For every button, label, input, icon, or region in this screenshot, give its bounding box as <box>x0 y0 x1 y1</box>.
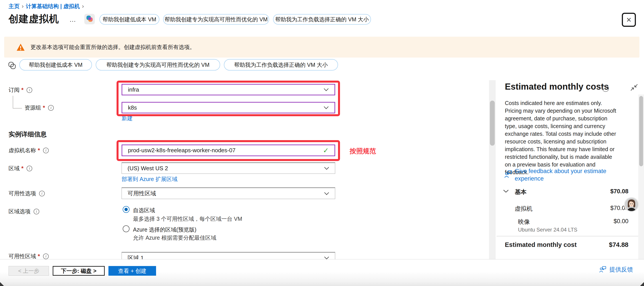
required-asterisk: * <box>38 253 40 260</box>
cost-total-amount: $74.88 <box>609 241 628 248</box>
cost-panel-title: Estimated monthly costs <box>505 82 609 92</box>
cost-row-image-amount: $0.00 <box>614 218 628 225</box>
region-label: 区域 <box>8 165 20 172</box>
copilot-pill-right-vm-size[interactable]: 帮助我为工作负载选择正确的 VM 大小 <box>273 14 371 25</box>
subscription-label: 订阅 <box>8 86 20 94</box>
collapse-panel-icon[interactable] <box>630 84 638 92</box>
suggestion-pill-right-vm-size[interactable]: 帮助我为工作负载选择正确的 VM 大小 <box>224 59 338 71</box>
region-select[interactable]: (US) West US 2 <box>122 162 335 174</box>
cost-panel-scrollbar-thumb[interactable] <box>639 96 643 166</box>
page-title: 创建虚拟机 <box>8 12 59 26</box>
form-scrollbar-thumb[interactable] <box>490 101 495 146</box>
info-icon[interactable]: i <box>34 209 39 214</box>
copilot-outline-icon <box>8 62 16 70</box>
cost-total-label: Estimated monthly cost <box>505 241 576 248</box>
info-icon[interactable]: i <box>26 87 32 93</box>
info-icon[interactable]: i <box>39 191 45 196</box>
overflow-menu-icon[interactable]: … <box>69 16 76 23</box>
warning-text: 更改基本选项可能会重置所做的选择。创建虚拟机前查看所有选项。 <box>30 44 195 51</box>
breadcrumb-separator: › <box>80 3 86 10</box>
cost-row-basic-amount: $70.08 <box>610 188 628 195</box>
zone-options-label: 区域选项 <box>8 208 30 215</box>
chevron-down-icon <box>324 88 329 91</box>
required-asterisk: * <box>21 87 24 93</box>
feedback-label: 提供反馈 <box>609 265 633 273</box>
radio-azure-selected-zones-label[interactable]: Azure 选择的区域(预览版) <box>133 226 196 233</box>
cost-row-image-label: 映像 <box>518 218 530 226</box>
radio-dot <box>124 208 128 211</box>
radio-self-selected-zones-label[interactable]: 自选区域 <box>133 207 155 214</box>
vm-name-value: prod-usw2-k8s-freeleaps-worker-nodes-07 <box>128 147 236 154</box>
resource-group-label-row: 资源组 * i <box>24 104 54 111</box>
feedback-icon <box>599 266 607 273</box>
close-icon: ✕ <box>626 16 632 24</box>
region-label-row: 区域 * i <box>8 165 32 172</box>
copilot-pill-high-availability-vm[interactable]: 帮助我创建专为实现高可用性而优化的 VM <box>163 14 269 25</box>
next-disks-button[interactable]: 下一步: 磁盘 > <box>53 266 105 276</box>
estimate-feedback-link[interactable]: Give feedback about your estimate experi… <box>515 167 620 182</box>
cost-panel-scrollbar-track[interactable] <box>638 94 644 259</box>
close-button[interactable]: ✕ <box>622 13 636 27</box>
subscription-label-row: 订阅 * i <box>8 86 32 94</box>
resource-group-value: k8s <box>128 104 137 111</box>
availability-options-label: 可用性选项 <box>8 190 36 197</box>
window-corner <box>640 282 644 286</box>
create-new-resource-group-link[interactable]: 新建 <box>122 115 132 122</box>
chevron-down-icon <box>324 106 329 109</box>
required-asterisk: * <box>21 165 24 172</box>
deploy-edge-zone-link[interactable]: 部署到 Azure 扩展区域 <box>122 175 177 183</box>
copilot-button[interactable] <box>84 14 95 24</box>
info-icon[interactable]: i <box>43 148 49 153</box>
breadcrumb: 主页 › 计算基础结构 | 虚拟机 › <box>8 3 86 10</box>
chevron-down-icon <box>324 256 329 259</box>
review-create-button[interactable]: 查看 + 创建 <box>108 266 156 276</box>
warning-banner: 更改基本选项可能会重置所做的选择。创建虚拟机前查看所有选项。 <box>4 37 640 58</box>
cost-panel-divider <box>496 236 639 236</box>
availability-zone-label-row: 可用性区域 * i <box>8 253 49 260</box>
subscription-select[interactable]: infra <box>122 84 335 95</box>
vm-name-input[interactable]: prod-usw2-k8s-freeleaps-worker-nodes-07 … <box>122 145 335 156</box>
chevron-down-icon <box>324 192 329 195</box>
suggestion-pill-high-availability-vm[interactable]: 帮助我创建专为实现高可用性而优化的 VM <box>96 59 220 71</box>
instance-details-heading: 实例详细信息 <box>8 130 47 139</box>
cost-row-image-sub: Ubuntu Server 24.04 LTS <box>518 227 577 233</box>
copilot-pill-low-cost-vm[interactable]: 帮助我创建低成本 VM <box>100 14 159 25</box>
warning-icon <box>16 44 25 51</box>
cost-panel-description: Costs indicated here are estimates only.… <box>505 99 618 176</box>
breadcrumb-compute-vm[interactable]: 计算基础结构 | 虚拟机 <box>26 3 80 10</box>
resource-group-label: 资源组 <box>24 104 41 111</box>
radio-azure-selected-zones-desc: 允许 Azure 根据需要分配最佳区域 <box>133 234 216 241</box>
required-asterisk: * <box>43 104 45 111</box>
form-scrollbar-track[interactable] <box>489 80 496 259</box>
give-feedback-link[interactable]: 提供反馈 <box>599 265 633 273</box>
breadcrumb-home[interactable]: 主页 <box>8 3 20 10</box>
window-corner <box>0 282 4 286</box>
vm-name-label-row: 虚拟机名称 * i <box>8 147 49 154</box>
annotation-note: 按照规范 <box>350 147 376 156</box>
footer-bar: < 上一步 下一步: 磁盘 > 查看 + 创建 提供反馈 <box>0 259 644 286</box>
avatar[interactable] <box>624 197 639 213</box>
info-icon[interactable]: i <box>26 166 32 171</box>
estimate-feedback-icon <box>504 170 512 180</box>
availability-options-select[interactable]: 可用性区域 <box>122 187 335 199</box>
copilot-logo-icon <box>86 15 93 23</box>
availability-options-label-row: 可用性选项 i <box>8 190 45 197</box>
info-icon[interactable]: i <box>43 253 49 259</box>
previous-button[interactable]: < 上一步 <box>8 266 49 276</box>
cost-row-vm-label: 虚拟机 <box>515 205 532 213</box>
region-value: (US) West US 2 <box>128 165 168 172</box>
cost-row-basic-label[interactable]: 基本 <box>515 188 526 196</box>
required-asterisk: * <box>38 147 40 154</box>
subscription-resource-group-connector <box>13 96 22 109</box>
radio-self-selected-zones[interactable] <box>123 206 130 213</box>
availability-zone-label: 可用性区域 <box>8 253 36 260</box>
suggestion-pill-low-cost-vm[interactable]: 帮助我创建低成本 VM <box>19 59 92 71</box>
info-icon[interactable]: i <box>602 85 609 92</box>
valid-check-icon: ✓ <box>323 146 329 155</box>
resource-group-select[interactable]: k8s <box>122 102 335 113</box>
chevron-down-icon[interactable] <box>503 189 509 194</box>
breadcrumb-separator: › <box>20 3 26 10</box>
radio-azure-selected-zones[interactable] <box>123 225 130 232</box>
chevron-down-icon <box>324 167 329 170</box>
info-icon[interactable]: i <box>48 105 54 111</box>
